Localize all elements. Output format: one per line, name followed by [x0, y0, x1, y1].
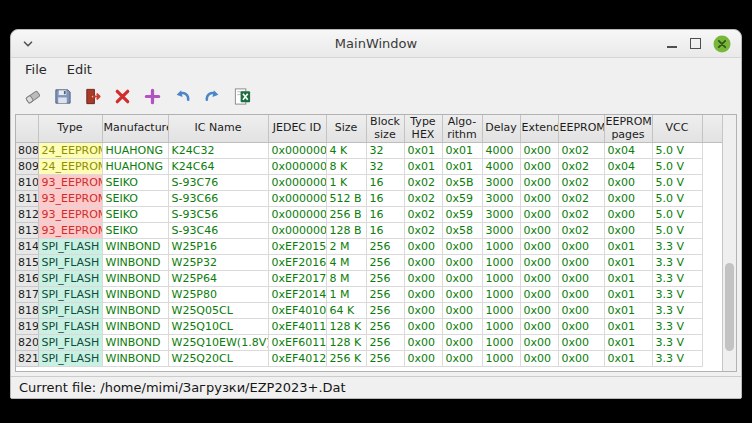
cell-ic-name[interactable]: K24C64	[168, 159, 268, 175]
cell-vcc[interactable]: 5.0 V	[652, 191, 702, 207]
cell-manufacture[interactable]: WINBOND	[102, 271, 168, 287]
table-row[interactable]: 818SPI_FLASHWINBONDW25Q05CL0xEF401064 K2…	[16, 303, 722, 319]
cell-extend[interactable]: 0x00	[520, 191, 558, 207]
cell-eeprom[interactable]: 0x02	[558, 207, 604, 223]
cell-size[interactable]: 64 K	[326, 303, 366, 319]
cell-type-hex[interactable]: 0x00	[404, 239, 442, 255]
add-button[interactable]	[139, 83, 165, 109]
delete-button[interactable]	[109, 83, 135, 109]
cell-manufacture[interactable]: WINBOND	[102, 287, 168, 303]
cell-eeprom-pages[interactable]: 0x04	[604, 159, 652, 175]
cell-ic-name[interactable]: W25Q05CL	[168, 303, 268, 319]
title-bar[interactable]: MainWindow	[11, 30, 741, 58]
cell-size[interactable]: 1 K	[326, 175, 366, 191]
cell-type[interactable]: 93_EEPROM	[38, 223, 102, 239]
cell-ic-name[interactable]: S-93C76	[168, 175, 268, 191]
table-row[interactable]: 814SPI_FLASHWINBONDW25P160xEF20152 M2560…	[16, 239, 722, 255]
cell-jedec-id[interactable]: 0x000000	[268, 223, 326, 239]
window-menu-button[interactable]	[21, 37, 35, 51]
cell-block-size[interactable]: 256	[366, 335, 404, 351]
corner-header[interactable]	[16, 115, 38, 143]
cell-delay[interactable]: 1000	[482, 255, 520, 271]
cell-type[interactable]: 93_EEPROM	[38, 191, 102, 207]
cell-type[interactable]: SPI_FLASH	[38, 335, 102, 351]
cell-algorithm[interactable]: 0x01	[442, 159, 482, 175]
table-row[interactable]: 819SPI_FLASHWINBONDW25Q10CL0xEF4011128 K…	[16, 319, 722, 335]
cell-size[interactable]: 512 B	[326, 191, 366, 207]
ic-table[interactable]: TypeManufactureIC NameJEDEC IDSizeBlock …	[16, 115, 722, 371]
table-row[interactable]: 81093_EEPROMSEIKOS-93C760x0000001 K160x0…	[16, 175, 722, 191]
cell-type[interactable]: 93_EEPROM	[38, 207, 102, 223]
table-row[interactable]: 816SPI_FLASHWINBONDW25P640xEF20178 M2560…	[16, 271, 722, 287]
cell-ic-name[interactable]: W25P64	[168, 271, 268, 287]
cell-eeprom[interactable]: 0x00	[558, 303, 604, 319]
cell-algorithm[interactable]: 0x00	[442, 287, 482, 303]
cell-size[interactable]: 256 B	[326, 207, 366, 223]
cell-extend[interactable]: 0x00	[520, 159, 558, 175]
column-header-extend[interactable]: Extend	[520, 115, 558, 143]
close-button[interactable]	[713, 35, 731, 53]
cell-extend[interactable]: 0x00	[520, 271, 558, 287]
cell-ic-name[interactable]: W25P32	[168, 255, 268, 271]
cell-eeprom-pages[interactable]: 0x00	[604, 191, 652, 207]
cell-block-size[interactable]: 32	[366, 159, 404, 175]
cell-type[interactable]: SPI_FLASH	[38, 287, 102, 303]
cell-delay[interactable]: 1000	[482, 319, 520, 335]
cell-algorithm[interactable]: 0x00	[442, 319, 482, 335]
cell-type[interactable]: SPI_FLASH	[38, 271, 102, 287]
cell-jedec-id[interactable]: 0x000000	[268, 159, 326, 175]
cell-eeprom[interactable]: 0x02	[558, 143, 604, 159]
cell-size[interactable]: 1 M	[326, 287, 366, 303]
cell-type-hex[interactable]: 0x00	[404, 335, 442, 351]
cell-jedec-id[interactable]: 0x000000	[268, 175, 326, 191]
open-button[interactable]	[19, 83, 45, 109]
cell-delay[interactable]: 1000	[482, 239, 520, 255]
cell-extend[interactable]: 0x00	[520, 207, 558, 223]
cell-type[interactable]: 93_EEPROM	[38, 175, 102, 191]
cell-block-size[interactable]: 256	[366, 303, 404, 319]
cell-extend[interactable]: 0x00	[520, 143, 558, 159]
table-row[interactable]: 821SPI_FLASHWINBONDW25Q20CL0xEF4012256 K…	[16, 351, 722, 367]
cell-eeprom[interactable]: 0x02	[558, 191, 604, 207]
cell-type-hex[interactable]: 0x02	[404, 207, 442, 223]
cell-type[interactable]: SPI_FLASH	[38, 239, 102, 255]
cell-jedec-id[interactable]: 0xEF2017	[268, 271, 326, 287]
cell-eeprom[interactable]: 0x02	[558, 223, 604, 239]
cell-block-size[interactable]: 16	[366, 191, 404, 207]
menu-file[interactable]: File	[17, 60, 55, 79]
minimize-button[interactable]	[666, 38, 678, 50]
cell-block-size[interactable]: 256	[366, 239, 404, 255]
table-row[interactable]: 81193_EEPROMSEIKOS-93C660x000000512 B160…	[16, 191, 722, 207]
cell-size[interactable]: 256 K	[326, 351, 366, 367]
table-row[interactable]: 815SPI_FLASHWINBONDW25P320xEF20164 M2560…	[16, 255, 722, 271]
column-header-eeprom-pages[interactable]: EEPROM pages	[604, 115, 652, 143]
cell-block-size[interactable]: 256	[366, 271, 404, 287]
cell-type[interactable]: 24_EEPROM	[38, 159, 102, 175]
table-row[interactable]: 80824_EEPROMHUAHONGK24C320x0000004 K320x…	[16, 143, 722, 159]
cell-size[interactable]: 8 M	[326, 271, 366, 287]
cell-type-hex[interactable]: 0x02	[404, 175, 442, 191]
cell-jedec-id[interactable]: 0x000000	[268, 143, 326, 159]
cell-type[interactable]: 24_EEPROM	[38, 143, 102, 159]
cell-eeprom-pages[interactable]: 0x00	[604, 175, 652, 191]
cell-eeprom[interactable]: 0x02	[558, 159, 604, 175]
cell-manufacture[interactable]: SEIKO	[102, 191, 168, 207]
cell-block-size[interactable]: 256	[366, 319, 404, 335]
cell-ic-name[interactable]: W25P80	[168, 287, 268, 303]
cell-manufacture[interactable]: WINBOND	[102, 303, 168, 319]
cell-vcc[interactable]: 5.0 V	[652, 159, 702, 175]
redo-button[interactable]	[199, 83, 225, 109]
cell-ic-name[interactable]: K24C32	[168, 143, 268, 159]
cell-eeprom[interactable]: 0x00	[558, 351, 604, 367]
cell-eeprom-pages[interactable]: 0x00	[604, 223, 652, 239]
cell-extend[interactable]: 0x00	[520, 175, 558, 191]
column-header-size[interactable]: Size	[326, 115, 366, 143]
cell-eeprom[interactable]: 0x00	[558, 239, 604, 255]
cell-eeprom-pages[interactable]: 0x01	[604, 239, 652, 255]
cell-type-hex[interactable]: 0x00	[404, 287, 442, 303]
cell-size[interactable]: 2 M	[326, 239, 366, 255]
cell-vcc[interactable]: 3.3 V	[652, 335, 702, 351]
cell-eeprom-pages[interactable]: 0x01	[604, 335, 652, 351]
cell-delay[interactable]: 4000	[482, 159, 520, 175]
cell-type[interactable]: SPI_FLASH	[38, 255, 102, 271]
